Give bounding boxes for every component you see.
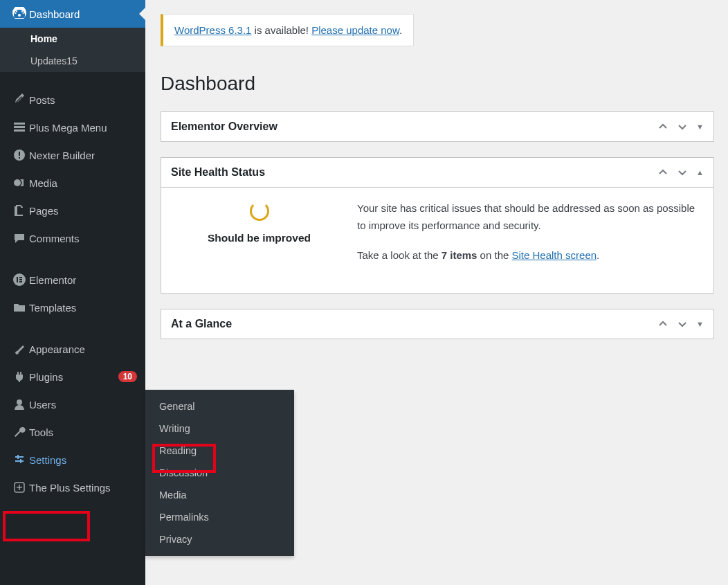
chevron-up-icon[interactable] xyxy=(657,167,668,178)
svg-rect-5 xyxy=(19,157,20,159)
svg-rect-4 xyxy=(19,152,20,156)
postbox-at-a-glance: At a Glance ▼ xyxy=(161,309,714,339)
health-description: Your site has critical issues that shoul… xyxy=(357,200,697,276)
sidebar-item-appearance[interactable]: Appearance xyxy=(0,335,145,363)
postbox-header: Elementor Overview ▼ xyxy=(161,112,713,141)
main-content: WordPress 6.3.1 is available! Please upd… xyxy=(145,0,728,585)
pages-icon xyxy=(10,204,29,217)
svg-point-6 xyxy=(14,179,21,186)
svg-rect-9 xyxy=(17,277,18,282)
postbox-title: Elementor Overview xyxy=(171,120,657,133)
sidebar-subitem-updates[interactable]: Updates 15 xyxy=(0,50,145,72)
postbox-header: At a Glance ▼ xyxy=(161,309,713,339)
grid-icon xyxy=(10,120,29,134)
dashboard-icon xyxy=(10,7,29,21)
sidebar-label: Settings xyxy=(29,454,137,466)
sidebar-label: Updates xyxy=(30,55,66,66)
sidebar-item-posts[interactable]: Posts xyxy=(0,86,145,114)
elementor-icon xyxy=(10,273,29,287)
svg-rect-11 xyxy=(19,279,22,280)
postbox-actions: ▲ xyxy=(657,167,704,178)
sidebar-item-comments[interactable]: Comments xyxy=(0,224,145,252)
svg-rect-0 xyxy=(14,123,25,125)
svg-rect-1 xyxy=(14,126,25,128)
svg-point-13 xyxy=(17,399,22,405)
postbox-body: Should be improved Your site has critica… xyxy=(161,188,713,293)
postbox-title: Site Health Status xyxy=(171,166,657,179)
notice-text: is available! xyxy=(251,24,311,36)
sidebar-label: Elementor xyxy=(29,274,137,286)
health-status-text: Should be improved xyxy=(178,232,340,244)
notice-tail: . xyxy=(399,24,402,36)
toggle-triangle-icon[interactable]: ▼ xyxy=(696,320,704,328)
sliders-icon xyxy=(10,453,29,467)
postbox-title: At a Glance xyxy=(171,318,657,330)
svg-rect-12 xyxy=(19,281,22,282)
svg-rect-10 xyxy=(19,277,22,278)
sidebar-item-plus-settings[interactable]: The Plus Settings xyxy=(0,474,145,501)
sidebar-item-elementor[interactable]: Elementor xyxy=(0,266,145,294)
sidebar-item-pages[interactable]: Pages xyxy=(0,197,145,224)
brush-icon xyxy=(10,342,29,356)
admin-sidebar: Dashboard Home Updates 15 Posts Plus Meg… xyxy=(0,0,145,585)
health-line2: Take a look at the 7 items on the Site H… xyxy=(357,247,697,264)
sidebar-subitem-home[interactable]: Home xyxy=(0,28,145,50)
sidebar-item-plus-mega-menu[interactable]: Plus Mega Menu xyxy=(0,114,145,141)
chevron-down-icon[interactable] xyxy=(677,167,688,178)
comments-icon xyxy=(10,231,29,245)
toggle-triangle-icon[interactable]: ▼ xyxy=(696,123,704,131)
health-spinner-icon xyxy=(250,201,269,221)
update-now-link[interactable]: Please update now xyxy=(311,24,399,36)
postbox-actions: ▼ xyxy=(657,318,704,330)
postbox-site-health: Site Health Status ▲ Should be improved … xyxy=(161,157,714,294)
chevron-up-icon[interactable] xyxy=(657,121,668,132)
sidebar-label: Pages xyxy=(29,205,137,217)
postbox-elementor: Elementor Overview ▼ xyxy=(161,111,714,142)
health-line1: Your site has critical issues that shoul… xyxy=(357,200,697,235)
pin-icon xyxy=(10,93,29,107)
chevron-down-icon[interactable] xyxy=(677,318,688,330)
sidebar-item-plugins[interactable]: Plugins 10 xyxy=(0,363,145,390)
sidebar-item-settings[interactable]: Settings xyxy=(0,446,145,474)
folder-icon xyxy=(10,300,29,314)
chevron-up-icon[interactable] xyxy=(657,318,668,330)
sidebar-label: Dashboard xyxy=(29,8,137,20)
plug-icon xyxy=(10,370,29,384)
wp-version-link[interactable]: WordPress 6.3.1 xyxy=(174,24,251,36)
chevron-down-icon[interactable] xyxy=(677,121,688,132)
sidebar-label: Tools xyxy=(29,426,137,438)
site-health-link[interactable]: Site Health screen xyxy=(512,249,597,261)
sidebar-item-users[interactable]: Users xyxy=(0,390,145,418)
svg-rect-7 xyxy=(15,206,16,216)
plugins-badge: 10 xyxy=(118,371,137,382)
postbox-actions: ▼ xyxy=(657,121,704,132)
updates-badge: 15 xyxy=(66,55,78,66)
sidebar-item-media[interactable]: Media xyxy=(0,169,145,197)
update-notice: WordPress 6.3.1 is available! Please upd… xyxy=(161,14,414,46)
media-icon xyxy=(10,176,29,190)
svg-rect-2 xyxy=(14,129,25,132)
postbox-header: Site Health Status ▲ xyxy=(161,158,713,188)
sidebar-label: Plugins xyxy=(29,371,114,383)
sidebar-item-nexter-builder[interactable]: Nexter Builder xyxy=(0,141,145,169)
wrench-icon xyxy=(10,425,29,439)
dashboard-submenu: Home Updates 15 xyxy=(0,28,145,72)
user-icon xyxy=(10,397,29,411)
sidebar-label: The Plus Settings xyxy=(29,482,137,494)
alert-icon xyxy=(10,148,29,162)
sidebar-item-dashboard[interactable]: Dashboard xyxy=(0,0,145,28)
sidebar-label: Templates xyxy=(29,302,137,314)
sidebar-label: Nexter Builder xyxy=(29,150,137,161)
sidebar-item-tools[interactable]: Tools xyxy=(0,418,145,446)
sidebar-label: Users xyxy=(29,399,137,411)
plus-settings-icon xyxy=(10,480,29,494)
toggle-triangle-icon[interactable]: ▲ xyxy=(696,168,704,177)
sidebar-label: Plus Mega Menu xyxy=(29,122,137,134)
sidebar-label: Comments xyxy=(29,233,137,244)
health-items-count: 7 items xyxy=(442,249,477,261)
health-status-indicator: Should be improved xyxy=(178,200,340,276)
sidebar-label: Posts xyxy=(29,94,137,106)
sidebar-label: Appearance xyxy=(29,343,137,355)
sidebar-item-templates[interactable]: Templates xyxy=(0,294,145,321)
sidebar-label: Media xyxy=(29,177,137,189)
